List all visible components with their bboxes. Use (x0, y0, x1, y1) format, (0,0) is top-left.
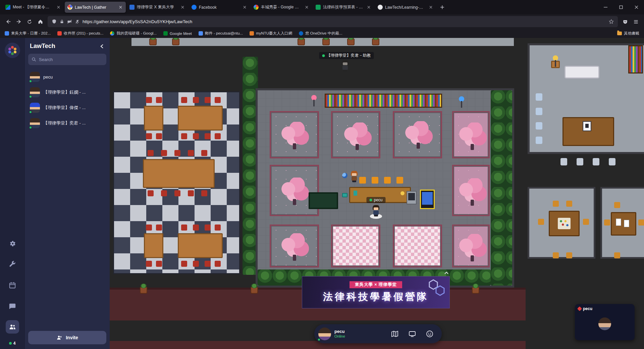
invite-label: Invite (66, 335, 78, 340)
bookmark-item[interactable]: Google Meet (163, 31, 192, 36)
menu-icon[interactable] (631, 16, 641, 27)
emote-smiley-icon[interactable] (426, 330, 434, 338)
blossom-room (452, 225, 490, 267)
bookmarks-list: 東吳大學 - 日曆 - 202...收件匣 (201) - pecuts...我… (5, 31, 342, 36)
forward-button[interactable] (13, 16, 24, 27)
bookmark-item[interactable]: 東吳大學 - 日曆 - 202... (5, 31, 51, 36)
blossom-room (452, 165, 490, 216)
bookmark-star-icon[interactable] (609, 19, 614, 24)
ntu-favicon-icon (250, 31, 254, 36)
navigation-bar (0, 14, 644, 29)
game-table (549, 211, 580, 236)
other-bookmarks[interactable]: 其他書籤 (617, 31, 639, 36)
table (144, 233, 163, 258)
facebook-favicon-icon (192, 5, 197, 10)
lock-icon[interactable] (60, 19, 64, 24)
onedrive-favicon-icon (299, 31, 303, 36)
side-table (342, 193, 347, 197)
participant-name: 【理律學堂】偉傑 - ... (43, 105, 86, 111)
participant-row[interactable]: 【理律學堂】鈺嫻 - ... (28, 85, 106, 100)
meet-favicon-icon (5, 5, 10, 10)
participants-icon[interactable] (6, 320, 19, 334)
url-bar[interactable] (48, 16, 618, 27)
table (178, 233, 223, 258)
mic-blocked-icon[interactable] (75, 19, 79, 24)
player-avatar[interactable] (318, 328, 331, 340)
participant-row[interactable]: 【理律學堂】偉傑 - ... (28, 100, 106, 115)
url-input[interactable] (83, 19, 606, 24)
other-bookmarks-label: 其他書籤 (624, 31, 639, 36)
pocket-icon[interactable] (620, 16, 631, 27)
participant-row[interactable]: 【理律學堂】奕君 - ... (28, 115, 106, 131)
back-button[interactable] (3, 16, 13, 27)
self-video-tile[interactable]: pecu (575, 304, 635, 340)
bookmark-item[interactable]: 郵件 - pecutsai@ntu... (199, 31, 243, 36)
rug-room (393, 225, 442, 267)
home-button[interactable] (35, 16, 46, 27)
online-dot-icon (322, 54, 325, 57)
status-dot-icon (29, 126, 32, 129)
bookmark-label: 東吳大學 - 日曆 - 202... (11, 31, 51, 36)
bookmark-item[interactable]: 您 OneDrive 中的最... (299, 31, 342, 36)
bookmark-item[interactable]: 我的雲端硬碟 - Googl... (110, 31, 157, 36)
status-dot-icon (29, 80, 32, 83)
chat-icon[interactable] (6, 299, 19, 313)
mail-favicon-icon (199, 31, 203, 36)
tab-close-icon[interactable] (242, 5, 247, 10)
chair-group (146, 225, 152, 231)
browser-tab[interactable]: 理律學堂 X 東吳大學 (127, 2, 188, 13)
game-map[interactable]: 東吳大學 × 理律學堂 法律科技學暑假營隊 【理律學堂】奕君－助教 pecu (110, 38, 644, 349)
banner-collapse-icon[interactable] (444, 271, 449, 275)
self-player-nameplate: pecu (366, 197, 385, 203)
close-window-button[interactable] (629, 0, 644, 14)
online-dot-icon (9, 342, 12, 345)
tab-close-icon[interactable] (428, 5, 433, 10)
bookmark-item[interactable]: 收件匣 (201) - pecuts... (57, 31, 103, 36)
minimap-icon[interactable] (391, 330, 399, 338)
chair-group (538, 219, 544, 225)
tab-close-icon[interactable] (366, 5, 371, 10)
tab-close-icon[interactable] (56, 5, 61, 10)
plant-pot (140, 287, 147, 294)
invite-button[interactable]: Invite (28, 331, 106, 344)
calendar-icon[interactable] (6, 279, 19, 292)
blackboard[interactable] (309, 192, 338, 209)
tab-close-icon[interactable] (118, 5, 123, 10)
highlighted-screen-object[interactable] (420, 190, 435, 209)
screenshare-icon[interactable] (408, 330, 416, 338)
maximize-button[interactable] (613, 0, 629, 14)
bookmark-item[interactable]: myNTU臺大人入口網 (250, 31, 292, 36)
browser-tab[interactable]: Facebook (189, 2, 250, 13)
collapse-panel-icon[interactable] (99, 44, 105, 49)
browser-tab[interactable]: Meet - 【理律夏令營】線上會... (3, 2, 64, 13)
browser-tab[interactable]: LawTech/Learning-Materials (375, 2, 436, 13)
minimize-button[interactable] (598, 0, 613, 14)
online-count-value: 4 (13, 341, 16, 346)
participant-name: 【理律學堂】鈺嫻 - ... (43, 89, 86, 95)
reload-button[interactable] (24, 16, 35, 27)
participant-name: 【理律學堂】奕君 - ... (43, 120, 86, 126)
tracking-shield-icon[interactable] (52, 19, 57, 24)
browser-tab[interactable]: 法律科技學預算表 - Google 試... (313, 2, 374, 13)
tab-label: 丰城秀晏 - Google 搜尋 (261, 4, 302, 10)
banner-title: 法律科技學暑假營隊 (323, 290, 429, 304)
gather-logo-icon[interactable] (5, 43, 20, 58)
game-table (611, 212, 636, 236)
tab-close-icon[interactable] (180, 5, 185, 10)
search-input[interactable] (39, 57, 103, 62)
player-identity[interactable]: pecu Online (334, 329, 345, 339)
tab-close-icon[interactable] (304, 5, 309, 10)
blossom-room (452, 111, 490, 158)
build-wrench-icon[interactable] (6, 258, 19, 271)
drive-favicon-icon (110, 31, 114, 36)
camera-blocked-icon[interactable] (67, 19, 72, 24)
browser-tab[interactable]: 丰城秀晏 - Google 搜尋 (251, 2, 312, 13)
pink-lamp (311, 95, 317, 100)
settings-gear-icon[interactable] (6, 237, 19, 250)
lounge-area (528, 43, 644, 154)
plant-pot (472, 287, 479, 294)
participant-row[interactable]: pecu (28, 69, 106, 85)
new-tab-button[interactable] (437, 2, 447, 12)
browser-tab[interactable]: LawTech | Gather (65, 2, 126, 13)
bookmark-label: myNTU臺大人入口網 (256, 31, 292, 36)
